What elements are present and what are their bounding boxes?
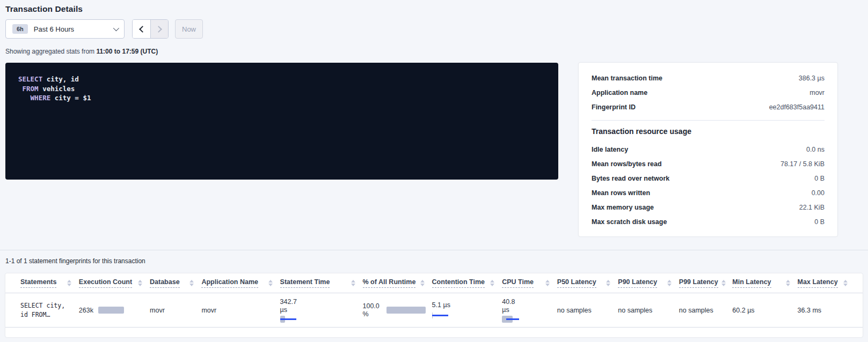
- statement-time-value: 342.7: [280, 298, 304, 306]
- column-label[interactable]: P90 Latency: [618, 278, 657, 288]
- table-row: SELECT city,id FROM… 263k movr movr 342.…: [5, 293, 863, 328]
- column-label[interactable]: Max Latency: [798, 278, 838, 288]
- stat-label: Idle latency: [592, 146, 628, 153]
- statement-time-unit: µs: [280, 306, 287, 314]
- time-range-label: Past 6 Hours: [34, 25, 74, 33]
- statement-text-line1: SELECT city,: [20, 302, 65, 309]
- sort-icon[interactable]: [268, 280, 273, 286]
- stat-label: Mean rows/bytes read: [592, 160, 662, 168]
- column-header-statement-time: Statement Time: [280, 278, 363, 288]
- stat-value: 0 B: [814, 218, 825, 226]
- statement-time-cell: 342.7 µs: [280, 298, 363, 323]
- stat-value: ee2df683f5aa9411: [769, 103, 825, 111]
- column-label[interactable]: CPU Time: [502, 278, 534, 288]
- contention-time-bar: [432, 312, 448, 319]
- sql-text: city, id: [42, 75, 79, 83]
- stat-row: Mean rows/bytes read 78.17 / 5.8 KiB: [592, 157, 825, 171]
- caption-prefix: Showing aggregated stats from: [5, 48, 96, 55]
- execution-count-bar: [98, 307, 124, 314]
- p90-latency-cell: no samples: [618, 307, 679, 314]
- column-header-statements: Statements: [20, 278, 79, 288]
- statement-text-line2: id FROM…: [20, 311, 50, 318]
- p99-latency-cell: no samples: [679, 307, 733, 314]
- caption-range: 11:00 to 17:59 (UTC): [96, 48, 158, 55]
- column-label[interactable]: Database: [150, 278, 180, 288]
- sql-indent: [18, 94, 31, 102]
- statement-fingerprint-link[interactable]: SELECT city,id FROM…: [20, 301, 79, 319]
- stat-row: Application name movr: [592, 85, 825, 100]
- stat-label: Mean rows written: [592, 189, 650, 197]
- prev-range-button[interactable]: [133, 20, 150, 38]
- stat-row: Max memory usage 22.1 KiB: [592, 200, 825, 214]
- sql-keyword: SELECT: [18, 75, 42, 83]
- column-label[interactable]: Min Latency: [732, 278, 771, 288]
- chevron-right-icon: [155, 26, 162, 33]
- column-label[interactable]: P99 Latency: [679, 278, 718, 288]
- stat-row: Max scratch disk usage 0 B: [592, 214, 825, 229]
- stat-label: Mean transaction time: [592, 75, 662, 82]
- stat-label: Application name: [592, 89, 647, 96]
- stat-value: 0 B: [814, 175, 825, 182]
- column-label[interactable]: % of All Runtime: [363, 278, 416, 288]
- pct-runtime-unit: %: [363, 310, 369, 318]
- sort-icon[interactable]: [606, 280, 610, 286]
- sort-icon[interactable]: [189, 280, 194, 286]
- contention-time-cell: 5.1 µs: [432, 301, 502, 319]
- time-range-dropdown[interactable]: 6h Past 6 Hours: [5, 19, 125, 39]
- time-range-badge: 6h: [12, 24, 28, 34]
- stat-row: Bytes read over network 0 B: [592, 171, 825, 185]
- stat-value: movr: [809, 89, 825, 96]
- chevron-down-icon: [113, 25, 119, 31]
- stat-row: Fingerprint ID ee2df683f5aa9411: [592, 100, 825, 114]
- column-header-database: Database: [150, 278, 201, 288]
- cpu-time-cell: 40.8 µs: [502, 298, 557, 323]
- column-label[interactable]: Statement Time: [280, 278, 330, 288]
- stat-value: 0.00: [812, 189, 825, 197]
- stat-label: Bytes read over network: [592, 175, 669, 182]
- column-header-p50-latency: P50 Latency: [557, 278, 618, 288]
- column-header-application-name: Application Name: [201, 278, 280, 288]
- sort-icon[interactable]: [721, 280, 726, 286]
- column-label[interactable]: Execution Count: [79, 278, 132, 288]
- sort-icon[interactable]: [67, 280, 71, 286]
- sql-keyword: FROM: [23, 85, 39, 93]
- next-range-button[interactable]: [150, 20, 168, 38]
- column-label[interactable]: P50 Latency: [557, 278, 596, 288]
- database-cell: movr: [150, 307, 201, 314]
- sql-statement-box: SELECT city, id FROM vehicles WHERE city…: [5, 63, 558, 180]
- stat-value: 0.0 ns: [806, 146, 825, 153]
- sort-icon[interactable]: [351, 280, 355, 286]
- min-latency-cell: 60.2 µs: [732, 307, 797, 314]
- section-divider: [0, 250, 868, 250]
- stat-label: Fingerprint ID: [592, 103, 636, 111]
- stat-row: Mean transaction time 386.3 µs: [592, 71, 825, 85]
- sort-icon[interactable]: [545, 280, 550, 286]
- stat-value: 22.1 KiB: [799, 204, 825, 211]
- sort-icon[interactable]: [667, 280, 672, 286]
- sql-text: vehicles: [39, 85, 75, 93]
- sort-icon[interactable]: [138, 280, 142, 286]
- page-title: Transaction Details: [5, 0, 868, 14]
- statement-time-bar: [280, 316, 296, 323]
- cpu-time-bar: [502, 316, 519, 323]
- statements-table: Statements Execution Count Database Appl…: [5, 273, 863, 337]
- column-header-cpu-time: CPU Time: [502, 278, 557, 288]
- statements-count-caption: 1-1 of 1 statement fingerprints for this…: [5, 257, 868, 265]
- aggregated-stats-caption: Showing aggregated stats from 11:00 to 1…: [5, 48, 868, 55]
- stat-value: 78.17 / 5.8 KiB: [781, 160, 825, 168]
- sort-icon[interactable]: [843, 280, 848, 286]
- pct-runtime-bar: [386, 307, 425, 314]
- column-label[interactable]: Statements: [20, 278, 56, 288]
- stat-label: Max memory usage: [592, 204, 654, 211]
- column-label[interactable]: Contention Time: [432, 278, 485, 288]
- sort-icon[interactable]: [490, 280, 494, 286]
- now-button[interactable]: Now: [175, 19, 203, 39]
- column-header-min-latency: Min Latency: [732, 278, 797, 288]
- sort-icon[interactable]: [420, 280, 425, 286]
- execution-count-cell: 263k: [79, 307, 150, 314]
- cpu-time-value: 40.8: [502, 298, 526, 306]
- sort-icon[interactable]: [786, 280, 790, 286]
- sql-text: city = $1: [50, 94, 91, 102]
- transaction-details-page: Transaction Details 6h Past 6 Hours Now …: [0, 0, 868, 337]
- column-label[interactable]: Application Name: [201, 278, 258, 288]
